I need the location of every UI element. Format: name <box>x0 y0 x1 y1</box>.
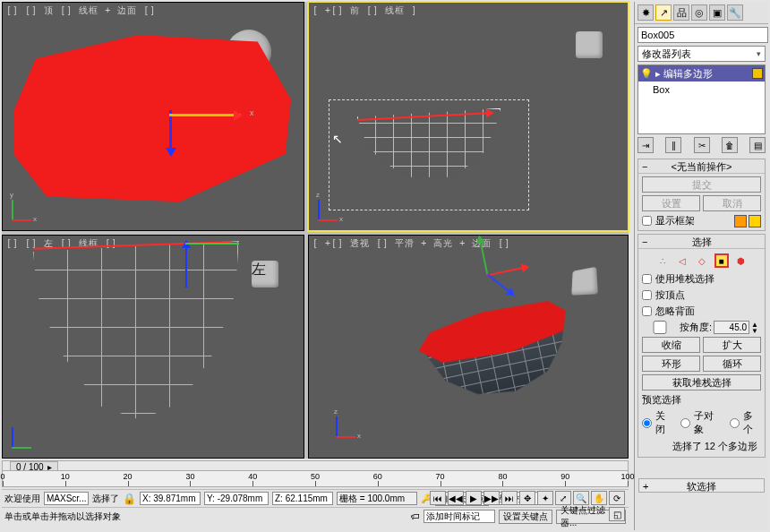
lock-icon[interactable]: 🔒 <box>123 493 136 505</box>
by-vertex-checkbox[interactable] <box>642 290 652 300</box>
nav-icon-2[interactable]: ✦ <box>537 491 553 505</box>
show-cage-checkbox[interactable] <box>642 216 652 226</box>
mesh-grid <box>33 241 239 420</box>
selection-status: 选择了 12 个多边形 <box>642 439 761 454</box>
gizmo-z-axis[interactable] <box>185 243 187 287</box>
preview-multi-radio[interactable] <box>730 418 740 428</box>
subobj-border-icon[interactable]: ◇ <box>695 253 709 268</box>
configure-icon[interactable]: ▤ <box>749 137 766 153</box>
ruler-label: 40 <box>248 472 257 481</box>
mouse-cursor-icon: ↖ <box>332 132 343 146</box>
viewport-top[interactable]: [] [] 顶 [] 线框 + 边面 [] 上 x x y <box>2 2 304 231</box>
subobj-element-icon[interactable]: ⬢ <box>734 253 749 268</box>
cancel-button[interactable]: 取消 <box>703 195 761 211</box>
modifier-stack[interactable]: 💡 ▸ 编辑多边形 Box <box>637 64 766 134</box>
show-end-result-icon[interactable]: ‖ <box>665 137 681 153</box>
rollout-header[interactable]: 选择 <box>638 235 765 249</box>
viewport-top-label: [] [] 顶 [] 线框 + 边面 [] <box>6 4 156 17</box>
modifier-dropdown[interactable]: 修改器列表 <box>637 46 766 62</box>
tab-motion-icon[interactable]: ◎ <box>691 4 707 21</box>
settings-button[interactable]: 设置 <box>642 195 700 211</box>
tab-utilities-icon[interactable]: 🔧 <box>727 4 743 21</box>
rollout-title: 选择 <box>692 236 712 247</box>
status-bar: 欢迎使用 MAXScr... 选择了 🔒 X: 39.871mm Y: -29.… <box>2 489 629 528</box>
gizmo-x-axis[interactable] <box>169 114 241 116</box>
play-icon[interactable]: ▶ <box>466 491 482 505</box>
angle-spinner[interactable] <box>714 321 749 334</box>
tab-create-icon[interactable]: ✸ <box>637 4 654 21</box>
tripod-y <box>12 447 31 449</box>
viewcube-persp[interactable] <box>571 267 598 296</box>
viewport-front[interactable]: [ +[] 前 [] 线框 ] ↖ x z <box>308 2 629 231</box>
cage-color-1[interactable] <box>734 215 747 227</box>
rollout-current-op: <无当前操作> 提交 设置 取消 显示框架 <box>637 159 766 231</box>
preview-sel-label: 预览选择 <box>642 393 761 407</box>
get-stack-sel-button[interactable]: 获取堆栈选择 <box>642 374 761 390</box>
commit-button[interactable]: 提交 <box>642 176 761 193</box>
remove-mod-icon[interactable]: 🗑 <box>722 137 738 153</box>
spinner-arrows-icon[interactable]: ▲▼ <box>751 322 758 334</box>
modifier-dropdown-label: 修改器列表 <box>642 47 691 61</box>
preview-sub-radio[interactable] <box>680 418 690 428</box>
expand-icon[interactable]: ▸ <box>655 68 661 80</box>
cage-color-2[interactable] <box>749 215 761 227</box>
object-name-input[interactable] <box>637 27 768 43</box>
make-unique-icon[interactable]: ✂ <box>694 137 710 153</box>
tab-display-icon[interactable]: ▣ <box>709 4 725 21</box>
nav-zoom-icon[interactable]: 🔍 <box>573 491 589 505</box>
bulb-icon[interactable]: 💡 <box>640 68 653 80</box>
ring-button[interactable]: 环形 <box>642 356 700 372</box>
goto-end-icon[interactable]: ⏭ <box>501 491 518 505</box>
rollout-soft-sel: + 软选择 <box>634 475 768 528</box>
coord-z-field[interactable]: Z: 62.115mm <box>272 492 333 505</box>
grow-button[interactable]: 扩大 <box>703 337 761 353</box>
gizmo-y-axis[interactable] <box>487 274 514 296</box>
viewcube-left[interactable]: 左 <box>252 261 278 287</box>
use-stack-sel-checkbox[interactable] <box>642 274 652 284</box>
viewport-left[interactable]: [] [] 左 [] 线框 [] 左 <box>2 235 304 459</box>
tripod-y <box>12 200 13 219</box>
stack-item-box[interactable]: Box <box>638 82 765 98</box>
subobj-edge-icon[interactable]: ◁ <box>675 253 689 268</box>
stack-button-row: ⇥ ‖ ✂ 🗑 ▤ <box>637 137 766 153</box>
gizmo-y-axis[interactable] <box>185 243 239 245</box>
viewport-perspective[interactable]: [ +[] 透视 [] 平滑 + 高光 + 边面 [] x z <box>308 235 629 459</box>
stack-item-editpoly[interactable]: 💡 ▸ 编辑多边形 <box>638 65 765 82</box>
next-frame-icon[interactable]: ▶▶ <box>483 491 500 505</box>
nav-icon-3[interactable]: ⤢ <box>555 491 571 505</box>
time-ruler[interactable]: 0102030405060708090100 <box>3 470 628 486</box>
subobj-vertex-icon[interactable]: ∴ <box>655 253 670 268</box>
shrink-button[interactable]: 收缩 <box>642 337 700 353</box>
coord-x-field[interactable]: X: 39.871mm <box>140 492 201 505</box>
viewcube-front[interactable] <box>576 31 603 58</box>
ruler-label: 50 <box>311 472 320 481</box>
subobj-polygon-icon[interactable]: ■ <box>714 253 729 268</box>
coord-y-field[interactable]: Y: -29.078mm <box>204 492 269 505</box>
gizmo-y-axis[interactable] <box>169 110 172 155</box>
maxscript-field[interactable]: MAXScr... <box>44 492 89 505</box>
goto-start-icon[interactable]: ⏮ <box>430 491 446 505</box>
tab-hierarchy-icon[interactable]: 品 <box>673 4 689 21</box>
preview-off-radio[interactable] <box>642 418 652 428</box>
by-angle-checkbox[interactable] <box>642 321 678 334</box>
rollout-title: <无当前操作> <box>672 161 732 172</box>
ruler-label: 20 <box>124 472 133 481</box>
tripod-x <box>12 219 31 221</box>
nav-orbit-icon[interactable]: ⟳ <box>609 491 625 505</box>
prev-frame-icon[interactable]: ◀◀ <box>448 491 464 505</box>
prompt-label: 单击或单击并拖动以选择对象 <box>4 511 407 523</box>
tab-modify-icon[interactable]: ↗ <box>655 4 672 21</box>
rollout-header[interactable]: <无当前操作> <box>638 159 765 174</box>
time-slider[interactable]: 0 / 100 0102030405060708090100 <box>2 460 629 487</box>
nav-max-icon[interactable]: ◱ <box>609 507 625 521</box>
time-tag-icon[interactable]: 🏷 <box>411 511 420 521</box>
nav-icon-1[interactable]: ✥ <box>519 491 535 505</box>
axis-tripod <box>12 422 38 449</box>
rollout-header[interactable]: + 软选择 <box>638 478 765 493</box>
loop-button[interactable]: 循环 <box>703 356 761 372</box>
gizmo-x-axis[interactable] <box>486 266 526 277</box>
ignore-back-checkbox[interactable] <box>642 306 652 316</box>
nav-pan-icon[interactable]: ✋ <box>591 491 607 505</box>
grid-field: 栅格 = 100.0mm <box>337 492 417 505</box>
pin-stack-icon[interactable]: ⇥ <box>637 137 654 153</box>
